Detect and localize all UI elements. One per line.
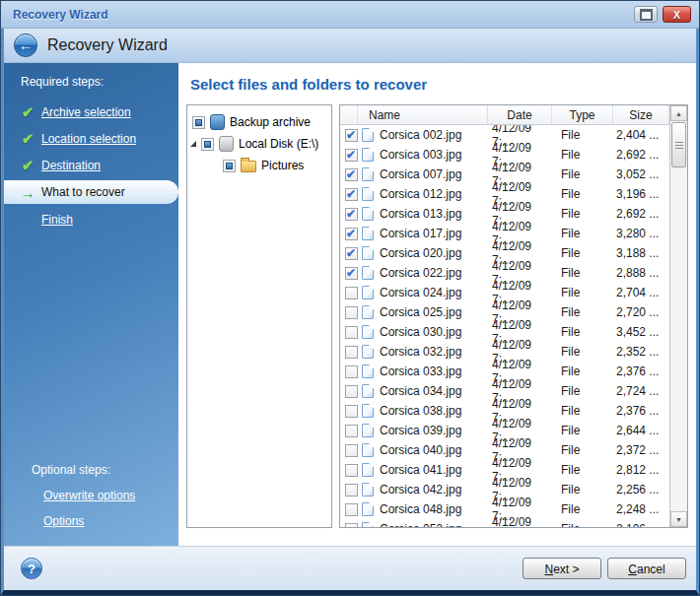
row-checkbox[interactable] xyxy=(345,208,358,221)
tree-node-pictures[interactable]: Pictures xyxy=(187,155,331,176)
file-type: File xyxy=(552,167,613,181)
column-header-size[interactable]: Size xyxy=(613,105,669,124)
question-mark-icon: ? xyxy=(28,562,35,576)
row-checkbox[interactable] xyxy=(345,523,358,528)
file-date: 4/12/09 7:... xyxy=(488,515,552,527)
row-checkbox[interactable] xyxy=(345,444,358,457)
file-name: Corsica 022.jpg xyxy=(380,266,461,280)
file-icon xyxy=(362,305,374,319)
next-button[interactable]: Next > xyxy=(523,558,601,579)
row-checkbox[interactable] xyxy=(345,129,358,142)
row-checkbox[interactable] xyxy=(345,228,358,240)
table-row[interactable]: Corsica 052.jpg 4/12/09 7:... File 2,106… xyxy=(340,519,669,527)
row-checkbox[interactable] xyxy=(345,503,358,516)
file-type: File xyxy=(552,404,613,418)
sidebar-step[interactable]: Archive selection xyxy=(4,99,178,125)
row-checkbox[interactable] xyxy=(345,149,358,162)
file-size: 2,704 ... xyxy=(613,286,669,299)
file-name: Corsica 025.jpg xyxy=(380,305,461,319)
row-checkbox[interactable] xyxy=(345,346,358,359)
column-header-type[interactable]: Type xyxy=(552,105,613,124)
row-checkbox[interactable] xyxy=(345,464,358,477)
vertical-scrollbar[interactable]: ▲ ▼ xyxy=(669,105,687,527)
row-checkbox[interactable] xyxy=(345,484,358,497)
file-icon xyxy=(362,443,374,457)
optional-step-label: Options xyxy=(43,514,84,528)
wizard-title: Recovery Wizard xyxy=(47,36,168,54)
back-button[interactable]: ← xyxy=(14,33,37,57)
optional-step-link[interactable]: Options xyxy=(4,508,178,534)
file-icon xyxy=(362,483,374,497)
sidebar-step[interactable]: Finish xyxy=(4,206,178,232)
row-checkbox[interactable] xyxy=(345,168,358,181)
restore-button[interactable] xyxy=(634,6,658,23)
row-checkbox[interactable] xyxy=(345,365,358,378)
row-checkbox[interactable] xyxy=(345,287,358,299)
column-header-date[interactable]: Date xyxy=(488,105,552,124)
scroll-down-icon[interactable]: ▼ xyxy=(670,511,687,527)
file-size: 2,720 ... xyxy=(613,305,669,319)
expand-collapse-icon[interactable] xyxy=(190,141,196,147)
close-button[interactable]: X xyxy=(663,6,691,23)
step-label: What to recover xyxy=(41,185,125,199)
file-size: 2,888 ... xyxy=(613,266,669,280)
file-name: Corsica 013.jpg xyxy=(380,207,461,221)
tree-node-label: Local Disk (E:\) xyxy=(239,137,318,151)
file-size: 3,052 ... xyxy=(613,167,669,181)
sidebar-step[interactable]: What to recover xyxy=(4,180,178,204)
step-label: Archive selection xyxy=(41,105,131,119)
optional-steps-label: Optional steps: xyxy=(4,459,178,483)
scrollbar-thumb[interactable] xyxy=(671,122,686,167)
tree-node-label: Pictures xyxy=(261,159,304,172)
file-name: Corsica 024.jpg xyxy=(380,286,461,299)
help-button[interactable]: ? xyxy=(21,558,42,579)
recovery-wizard-window: Recovery Wizard X ← Recovery Wizard Requ… xyxy=(0,0,700,596)
file-size: 2,372 ... xyxy=(613,443,669,457)
file-rows: Corsica 002.jpg 4/12/09 7:... File 2,404… xyxy=(340,125,669,527)
step-status-icon xyxy=(16,157,39,174)
file-icon xyxy=(362,364,374,378)
file-list-panel: Name Date Type Size Corsica 002.jpg xyxy=(339,104,688,528)
tree-checkbox[interactable] xyxy=(192,116,205,129)
row-checkbox[interactable] xyxy=(345,306,358,319)
file-type: File xyxy=(552,502,613,516)
step-label: Finish xyxy=(41,213,73,227)
scroll-up-icon[interactable]: ▲ xyxy=(670,105,687,121)
cancel-button[interactable]: Cancel xyxy=(607,558,686,579)
row-checkbox[interactable] xyxy=(345,326,358,339)
row-checkbox[interactable] xyxy=(345,188,358,201)
folder-icon xyxy=(241,161,256,172)
file-type: File xyxy=(552,483,613,497)
optional-step-link[interactable]: Overwrite options xyxy=(4,483,178,508)
row-checkbox[interactable] xyxy=(345,385,358,398)
thumb-grip-icon xyxy=(675,142,683,149)
file-icon xyxy=(362,227,374,240)
file-name: Corsica 052.jpg xyxy=(380,522,461,527)
file-icon xyxy=(362,246,374,260)
sidebar-step[interactable]: Destination xyxy=(4,152,178,178)
file-icon xyxy=(362,404,374,418)
row-checkbox[interactable] xyxy=(345,425,358,437)
disk-icon xyxy=(219,136,234,152)
tree-checkbox[interactable] xyxy=(223,160,236,172)
tree-node-backup-archive[interactable]: Backup archive xyxy=(187,111,331,133)
file-name: Corsica 033.jpg xyxy=(380,364,461,378)
tree-node-local-disk[interactable]: Local Disk (E:\) xyxy=(187,133,331,155)
row-checkbox[interactable] xyxy=(345,405,358,418)
column-header-name[interactable]: Name xyxy=(358,105,488,124)
row-checkbox[interactable] xyxy=(345,247,358,260)
file-icon xyxy=(362,187,374,201)
file-name: Corsica 017.jpg xyxy=(380,227,461,240)
scrollbar-track[interactable] xyxy=(670,168,687,511)
file-size: 3,452 ... xyxy=(613,325,669,339)
file-icon xyxy=(362,207,374,221)
step-status-icon xyxy=(16,103,39,121)
file-type: File xyxy=(552,345,613,359)
file-icon xyxy=(362,502,374,516)
sidebar-step[interactable]: Location selection xyxy=(4,125,178,152)
file-type: File xyxy=(552,325,613,339)
row-checkbox[interactable] xyxy=(345,267,358,280)
file-size: 2,376 ... xyxy=(613,404,669,418)
file-icon xyxy=(362,128,374,142)
tree-checkbox[interactable] xyxy=(201,138,214,151)
